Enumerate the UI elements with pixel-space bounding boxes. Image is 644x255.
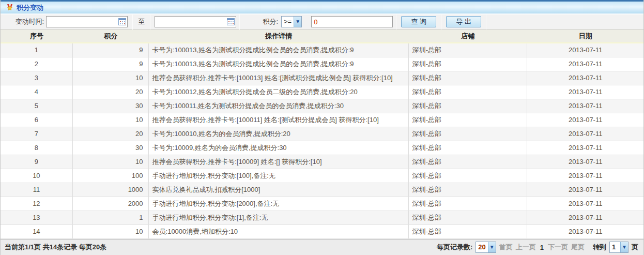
cell-points: 100	[73, 169, 149, 183]
header-date[interactable]: 日期	[527, 29, 643, 42]
cell-detail: 手动进行增加积分,积分变动:[2000],备注:无	[149, 197, 409, 211]
calendar-icon[interactable]	[227, 18, 235, 25]
to-label: 至	[133, 17, 150, 26]
cell-no: 6	[1, 113, 73, 127]
cell-points: 9	[73, 57, 149, 71]
last-page-link[interactable]: 尾页	[571, 243, 585, 252]
table-row[interactable]: 12 2000 手动进行增加积分,积分变动:[2000],备注:无 深圳-总部 …	[1, 197, 643, 211]
cell-points: 10	[73, 225, 149, 238]
current-page-number[interactable]: 1	[540, 244, 544, 251]
cell-points: 1000	[73, 183, 149, 197]
page-size-value: 20	[476, 242, 487, 252]
cell-detail: 推荐会员获得积分,推荐卡号:[10009] 姓名:[] 获得积分:[10]	[149, 155, 409, 169]
cell-date: 2013-07-11	[527, 57, 643, 71]
chevron-down-icon: ▼	[294, 17, 301, 27]
cell-detail: 卡号为:100011,姓名为测试积分提成会员的会员消费,提成积分:30	[149, 99, 409, 113]
first-page-link[interactable]: 首页	[499, 243, 513, 252]
query-cell: 查 询	[396, 16, 441, 27]
points-label: 积分:	[255, 17, 281, 26]
cell-date: 2013-07-11	[527, 141, 643, 155]
cell-detail: 卡号为:10009,姓名为的会员消费,提成积分:30	[149, 141, 409, 155]
cell-points: 20	[73, 85, 149, 99]
date-from-input[interactable]	[46, 16, 128, 27]
cell-no: 1	[1, 43, 73, 57]
table-row[interactable]: 8 30 卡号为:10009,姓名为的会员消费,提成积分:30 深圳-总部 20…	[1, 141, 643, 155]
cell-detail: 推荐会员获得积分,推荐卡号:[100011] 姓名:[测试积分提成会员] 获得积…	[149, 113, 409, 127]
header-no[interactable]: 序号	[1, 29, 73, 42]
next-page-link[interactable]: 下一页	[548, 243, 568, 252]
export-button[interactable]: 导 出	[446, 16, 481, 27]
table-header-row: 序号 积分 操作详情 店铺 日期	[1, 29, 643, 43]
table-row[interactable]: 10 100 手动进行增加积分,积分变动:[100],备注:无 深圳-总部 20…	[1, 169, 643, 183]
chevron-down-icon: ▼	[620, 242, 628, 252]
cell-store: 深圳-总部	[409, 57, 528, 71]
page-size-select[interactable]: 20 ▼	[476, 242, 496, 253]
table-row[interactable]: 14 10 会员:10000消费,增加积分:10 深圳-总部 2013-07-1…	[1, 225, 643, 239]
table-row[interactable]: 9 10 推荐会员获得积分,推荐卡号:[10009] 姓名:[] 获得积分:[1…	[1, 155, 643, 169]
points-change-window: 积分变动 变动时间: 至	[0, 0, 644, 255]
cell-store: 深圳-总部	[409, 155, 528, 169]
cell-no: 5	[1, 99, 73, 113]
cell-store: 深圳-总部	[409, 85, 528, 99]
cell-points: 10	[73, 71, 149, 85]
cell-points: 10	[73, 155, 149, 169]
cell-store: 深圳-总部	[409, 43, 528, 57]
table-row[interactable]: 11 1000 实体店兑换礼品成功,扣减积分[1000] 深圳-总部 2013-…	[1, 183, 643, 197]
table-row[interactable]: 3 10 推荐会员获得积分,推荐卡号:[100013] 姓名:[测试积分提成比例…	[1, 71, 643, 85]
cell-date: 2013-07-11	[527, 127, 643, 141]
prev-page-link[interactable]: 上一页	[516, 243, 536, 252]
table-row[interactable]: 6 10 推荐会员获得积分,推荐卡号:[100011] 姓名:[测试积分提成会员…	[1, 113, 643, 127]
divider	[239, 14, 240, 29]
cell-points: 1	[73, 211, 149, 224]
cell-date: 2013-07-11	[527, 197, 643, 211]
export-cell: 导 出	[441, 16, 486, 27]
cell-detail: 卡号为:100012,姓名为测试积分提成会员二级的会员消费,提成积分:20	[149, 85, 409, 99]
header-detail[interactable]: 操作详情	[149, 29, 409, 42]
date-to-input[interactable]	[155, 16, 236, 27]
chevron-down-icon: ▼	[488, 242, 496, 252]
cell-no: 9	[1, 155, 73, 169]
calendar-icon[interactable]	[118, 18, 126, 25]
cell-points: 30	[73, 141, 149, 155]
points-value-input[interactable]	[311, 16, 393, 27]
cell-no: 7	[1, 127, 73, 141]
cell-store: 深圳-总部	[409, 99, 528, 113]
cell-detail: 手动进行增加积分,积分变动:[1],备注:无	[149, 211, 409, 224]
cell-date: 2013-07-11	[527, 155, 643, 169]
cell-no: 14	[1, 225, 73, 238]
cell-date: 2013-07-11	[527, 113, 643, 127]
cell-date: 2013-07-11	[527, 43, 643, 57]
cell-store: 深圳-总部	[409, 113, 528, 127]
divider	[150, 14, 150, 29]
table-row[interactable]: 5 30 卡号为:100011,姓名为测试积分提成会员的会员消费,提成积分:30…	[1, 99, 643, 113]
filter-bar: 变动时间: 至	[1, 14, 643, 29]
pagination-controls: 每页记录数: 20 ▼ 首页 上一页 1 下一页 尾页 转到 1 ▼ 页	[437, 242, 643, 253]
cell-points: 9	[73, 43, 149, 57]
cell-store: 深圳-总部	[409, 127, 528, 141]
cell-no: 13	[1, 211, 73, 224]
cell-detail: 实体店兑换礼品成功,扣减积分[1000]	[149, 183, 409, 197]
goto-page-select[interactable]: 1 ▼	[609, 242, 628, 253]
cell-no: 2	[1, 57, 73, 71]
table-row[interactable]: 4 20 卡号为:100012,姓名为测试积分提成会员二级的会员消费,提成积分:…	[1, 85, 643, 99]
page-size-label: 每页记录数:	[437, 243, 472, 252]
points-operator-select[interactable]: >= ▼	[281, 16, 302, 27]
title-bar: 积分变动	[1, 2, 643, 14]
table-row[interactable]: 1 9 卡号为:100013,姓名为测试积分提成比例会员的会员消费,提成积分:9…	[1, 43, 643, 57]
header-points[interactable]: 积分	[73, 29, 149, 42]
date-from-wrap	[46, 16, 128, 27]
header-store[interactable]: 店铺	[409, 29, 528, 42]
cell-no: 3	[1, 71, 73, 85]
goto-label: 转到	[593, 243, 606, 252]
table-body: 1 9 卡号为:100013,姓名为测试积分提成比例会员的会员消费,提成积分:9…	[1, 43, 643, 239]
table-row[interactable]: 13 1 手动进行增加积分,积分变动:[1],备注:无 深圳-总部 2013-0…	[1, 211, 643, 225]
cell-date: 2013-07-11	[527, 99, 643, 113]
cell-store: 深圳-总部	[409, 225, 528, 238]
table-row[interactable]: 2 9 卡号为:100013,姓名为测试积分提成比例会员的会员消费,提成积分:9…	[1, 57, 643, 71]
cell-detail: 卡号为:100013,姓名为测试积分提成比例会员的会员消费,提成积分:9	[149, 57, 409, 71]
cell-no: 4	[1, 85, 73, 99]
cell-date: 2013-07-11	[527, 71, 643, 85]
query-button[interactable]: 查 询	[401, 16, 436, 27]
table-row[interactable]: 7 20 卡号为:100010,姓名为的会员消费,提成积分:20 深圳-总部 2…	[1, 127, 643, 141]
cell-no: 10	[1, 169, 73, 183]
